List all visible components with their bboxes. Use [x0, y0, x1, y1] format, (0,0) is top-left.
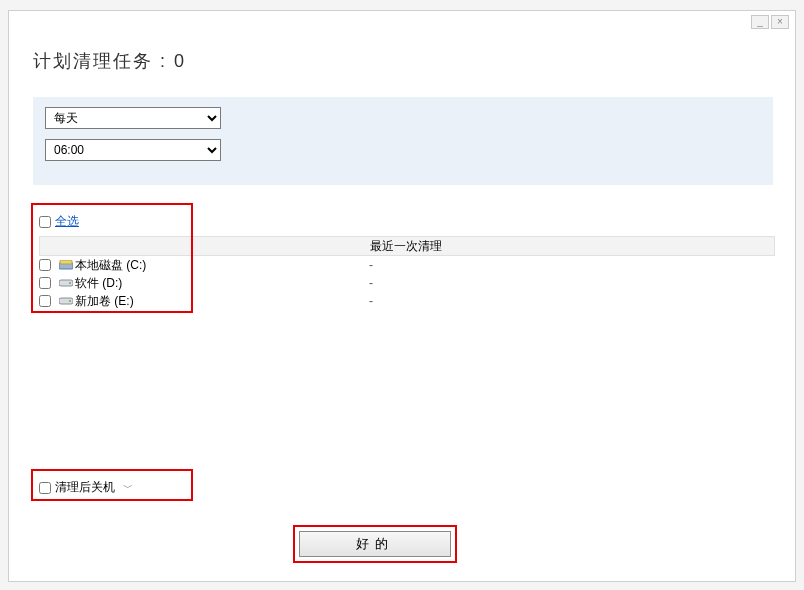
chevron-down-icon: ﹀: [123, 481, 133, 495]
row-name: 本地磁盘 (C:): [75, 257, 369, 274]
svg-point-5: [69, 300, 71, 302]
schedule-panel: 每天 06:00: [33, 97, 773, 185]
grid-header: 最近一次清理: [39, 236, 775, 256]
table-row: 本地磁盘 (C:) -: [39, 256, 775, 274]
disk-c-icon: [57, 260, 75, 270]
row-name: 新加卷 (E:): [75, 293, 369, 310]
close-button[interactable]: ×: [771, 15, 789, 29]
table-row: 软件 (D:) -: [39, 274, 775, 292]
table-row: 新加卷 (E:) -: [39, 292, 775, 310]
row-checkbox[interactable]: [39, 259, 51, 271]
svg-rect-1: [60, 260, 72, 264]
window-controls: _ ×: [751, 15, 789, 29]
svg-point-3: [69, 282, 71, 284]
dialog-window: _ × 计划清理任务 : 0 每天 06:00 全选 最近一次清理 本地磁盘 (…: [8, 10, 796, 582]
time-select[interactable]: 06:00: [45, 139, 221, 161]
row-last: -: [369, 276, 769, 290]
shutdown-label: 清理后关机: [55, 479, 115, 496]
shutdown-checkbox[interactable]: [39, 482, 51, 494]
page-title: 计划清理任务 : 0: [33, 49, 186, 73]
minimize-button[interactable]: _: [751, 15, 769, 29]
frequency-select[interactable]: 每天: [45, 107, 221, 129]
row-name: 软件 (D:): [75, 275, 369, 292]
select-all-row: 全选: [39, 211, 775, 236]
row-checkbox[interactable]: [39, 295, 51, 307]
disk-icon: [57, 296, 75, 306]
select-all-checkbox[interactable]: [39, 216, 51, 228]
drive-grid: 全选 最近一次清理 本地磁盘 (C:) - 软件 (D:) -: [39, 211, 775, 310]
select-all-link[interactable]: 全选: [55, 213, 79, 230]
row-checkbox[interactable]: [39, 277, 51, 289]
ok-button[interactable]: 好的: [299, 531, 451, 557]
row-last: -: [369, 258, 769, 272]
shutdown-option[interactable]: 清理后关机 ﹀: [39, 479, 133, 496]
col-last-header: 最近一次清理: [370, 238, 770, 255]
disk-icon: [57, 278, 75, 288]
row-last: -: [369, 294, 769, 308]
